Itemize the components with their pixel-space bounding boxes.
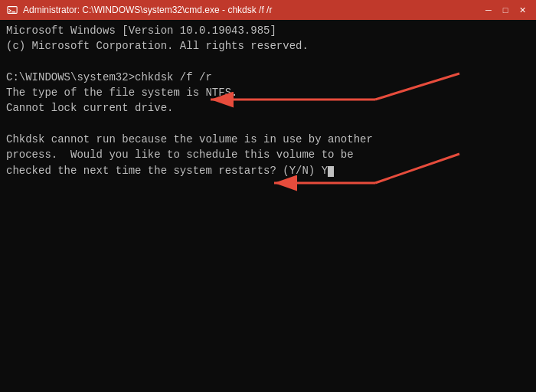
terminal-line-6: Cannot lock current drive. xyxy=(6,100,530,116)
terminal-line-7 xyxy=(6,116,530,132)
terminal-line-8: Chkdsk cannot run because the volume is … xyxy=(6,132,530,147)
terminal-line-2: (c) Microsoft Corporation. All rights re… xyxy=(6,38,530,54)
maximize-button[interactable]: □ xyxy=(498,3,513,17)
terminal-line-9: process. Would you like to schedule this… xyxy=(6,147,530,162)
minimize-button[interactable]: ─ xyxy=(481,3,496,17)
terminal-line-3 xyxy=(6,54,530,70)
cmd-window: Administrator: C:\WINDOWS\system32\cmd.e… xyxy=(0,0,536,392)
title-bar-buttons: ─ □ ✕ xyxy=(481,3,530,17)
terminal-line-5: The type of the file system is NTFS. xyxy=(6,85,530,100)
cursor xyxy=(328,166,334,177)
terminal-line-4: C:\WINDOWS\system32>chkdsk /f /r xyxy=(6,70,530,85)
close-button[interactable]: ✕ xyxy=(515,3,530,17)
terminal-line-1: Microsoft Windows [Version 10.0.19043.98… xyxy=(6,23,530,38)
terminal-line-10: checked the next time the system restart… xyxy=(6,163,530,178)
terminal-body[interactable]: Microsoft Windows [Version 10.0.19043.98… xyxy=(0,20,536,392)
title-bar-text: Administrator: C:\WINDOWS\system32\cmd.e… xyxy=(23,5,481,15)
cmd-icon xyxy=(6,4,18,16)
title-bar: Administrator: C:\WINDOWS\system32\cmd.e… xyxy=(0,0,536,20)
